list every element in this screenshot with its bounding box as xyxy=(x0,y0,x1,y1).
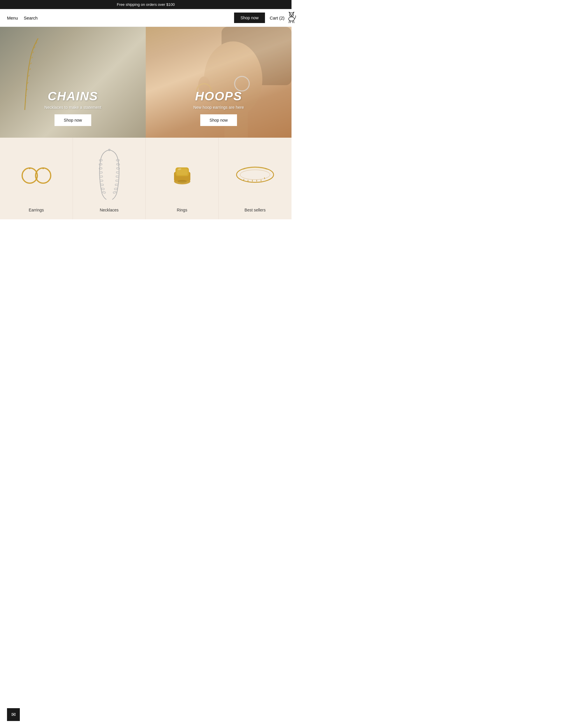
category-grid: Earrings xyxy=(0,138,292,219)
footer-area xyxy=(0,219,292,254)
menu-button[interactable]: Menu xyxy=(7,16,18,20)
svg-line-13 xyxy=(31,57,33,58)
rings-label: Rings xyxy=(177,208,188,212)
announcement-text: Free shipping on orders over $100 xyxy=(117,2,175,7)
earrings-icon xyxy=(20,162,53,188)
svg-rect-51 xyxy=(113,191,116,194)
svg-point-61 xyxy=(240,170,270,180)
chains-hero-panel: CHAINS Necklaces to make a statement Sho… xyxy=(0,27,146,138)
bestsellers-image xyxy=(223,147,287,203)
svg-rect-49 xyxy=(115,184,118,186)
category-item-earrings[interactable]: Earrings xyxy=(0,138,73,219)
svg-line-80 xyxy=(244,179,244,181)
necklaces-icon xyxy=(96,149,122,201)
svg-rect-41 xyxy=(101,188,104,190)
svg-rect-33 xyxy=(43,167,44,169)
hoops-title: HOOPS xyxy=(193,89,244,103)
header-left: Menu Search xyxy=(7,16,37,20)
header: Menu Search xyxy=(0,9,292,27)
category-item-bestsellers[interactable]: Best sellers xyxy=(219,138,292,219)
category-item-necklaces[interactable]: Necklaces xyxy=(73,138,146,219)
svg-line-12 xyxy=(33,52,34,53)
hoops-shop-now-button[interactable]: Shop now xyxy=(200,114,237,126)
header-right: Shop now Cart (2) xyxy=(234,12,284,23)
cart-button[interactable]: Cart (2) xyxy=(270,16,284,20)
svg-rect-43 xyxy=(116,159,119,161)
logo-area[interactable] xyxy=(284,10,292,25)
hero-section: CHAINS Necklaces to make a statement Sho… xyxy=(0,27,292,138)
svg-line-14 xyxy=(30,63,31,64)
hoops-subtitle: New hoop earrings are here xyxy=(193,105,244,110)
svg-line-85 xyxy=(265,177,265,179)
svg-line-16 xyxy=(28,75,29,76)
announcement-bar: Free shipping on orders over $100 xyxy=(0,0,292,9)
svg-rect-30 xyxy=(29,167,30,169)
svg-rect-48 xyxy=(116,180,119,181)
hoops-hero-content: HOOPS New hoop earrings are here Shop no… xyxy=(193,89,244,126)
svg-line-2 xyxy=(289,21,289,23)
svg-rect-38 xyxy=(100,176,103,177)
chain-decoration xyxy=(18,35,47,111)
svg-rect-47 xyxy=(116,176,119,177)
svg-rect-34 xyxy=(99,159,102,161)
bestsellers-label: Best sellers xyxy=(245,208,266,212)
svg-point-60 xyxy=(237,167,274,182)
chains-title: CHAINS xyxy=(44,89,101,103)
chains-shop-now-button[interactable]: Shop now xyxy=(55,114,91,126)
svg-rect-42 xyxy=(102,191,106,194)
svg-rect-40 xyxy=(100,184,103,186)
svg-rect-39 xyxy=(100,180,103,181)
hoops-hero-panel: HOOPS New hoop earrings are here Shop no… xyxy=(146,27,292,138)
earrings-label: Earrings xyxy=(29,208,44,212)
category-item-rings[interactable]: Rings xyxy=(146,138,219,219)
svg-rect-44 xyxy=(116,163,119,165)
search-button[interactable]: Search xyxy=(24,16,38,20)
earrings-image xyxy=(5,147,68,203)
chains-subtitle: Necklaces to make a statement xyxy=(44,105,101,110)
svg-point-8 xyxy=(291,16,292,16)
svg-rect-50 xyxy=(114,188,117,190)
bestsellers-icon xyxy=(235,163,275,186)
chains-hero-content: CHAINS Necklaces to make a statement Sho… xyxy=(44,89,101,126)
svg-rect-35 xyxy=(99,163,102,165)
rings-image xyxy=(150,147,214,203)
svg-line-78 xyxy=(260,181,262,181)
header-shop-now-button[interactable]: Shop now xyxy=(234,12,265,23)
svg-point-27 xyxy=(235,76,249,91)
svg-point-0 xyxy=(288,17,292,21)
necklaces-label: Necklaces xyxy=(100,208,119,212)
svg-point-6 xyxy=(290,14,291,15)
svg-point-58 xyxy=(177,180,187,183)
rings-icon xyxy=(169,162,195,188)
necklaces-image xyxy=(78,147,141,203)
brand-logo xyxy=(284,10,292,24)
svg-line-15 xyxy=(29,69,31,70)
